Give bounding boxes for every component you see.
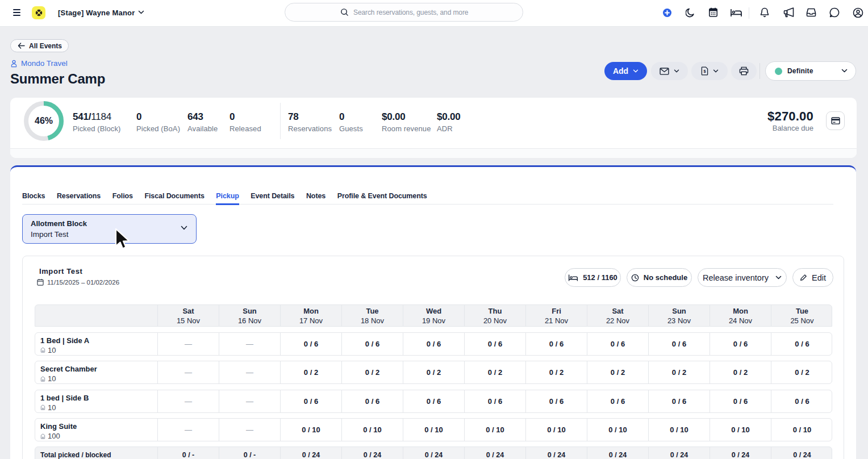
svg-text:$: $ [703,69,706,74]
